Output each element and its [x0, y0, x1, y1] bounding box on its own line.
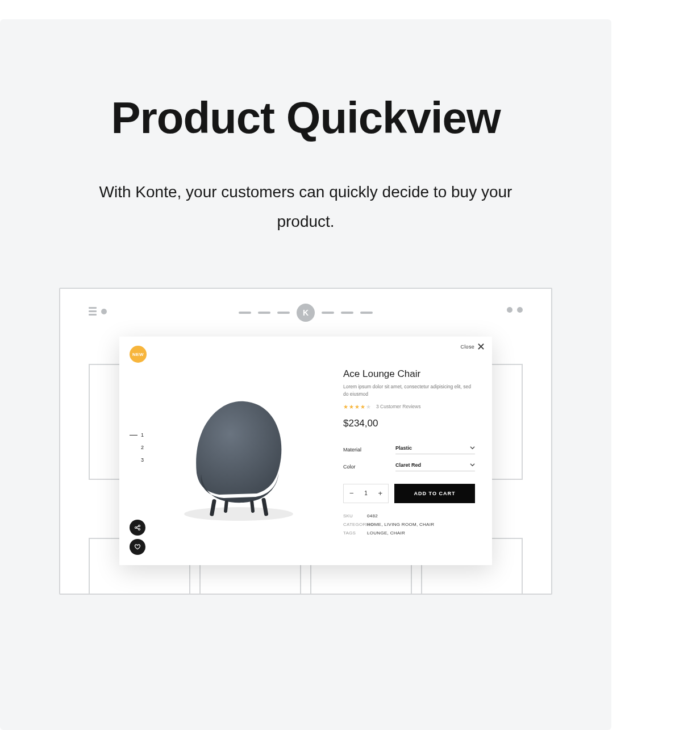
pager-item-2[interactable]: 2: [130, 445, 144, 450]
wire-logo: K: [297, 304, 315, 322]
categories-value[interactable]: HOME, LIVING ROOM, CHAIR: [367, 522, 434, 527]
qty-increment[interactable]: +: [378, 490, 382, 497]
color-label: Color: [343, 464, 395, 470]
feature-canvas: Product Quickview With Konte, your custo…: [0, 19, 611, 730]
wire-actions-placeholder: [507, 307, 523, 313]
wishlist-button[interactable]: [130, 539, 145, 555]
reviews-link[interactable]: 3 Customer Reviews: [376, 404, 420, 409]
color-select[interactable]: Claret Red: [395, 462, 475, 471]
quickview-modal: NEW Close 1 2 3: [119, 337, 492, 565]
material-label: Material: [343, 447, 395, 453]
material-value: Plastic: [395, 445, 412, 451]
image-pager: 1 2 3: [130, 432, 144, 463]
svg-point-7: [139, 529, 140, 530]
qty-decrement[interactable]: −: [349, 490, 354, 497]
product-price: $234,00: [343, 418, 475, 429]
chevron-down-icon: [470, 445, 475, 450]
color-value: Claret Red: [395, 462, 421, 468]
close-icon: [478, 343, 484, 350]
svg-point-0: [184, 507, 293, 521]
pager-item-3[interactable]: 3: [130, 457, 144, 463]
quantity-stepper[interactable]: − 1 +: [343, 484, 389, 503]
close-button[interactable]: Close: [460, 343, 484, 350]
pager-item-1[interactable]: 1: [130, 432, 144, 438]
wire-nav-placeholder: K: [239, 304, 373, 322]
hero-title: Product Quickview: [0, 92, 611, 144]
product-image: [153, 376, 324, 536]
rating-row: ★★★★★ 3 Customer Reviews: [343, 404, 475, 410]
svg-point-6: [135, 527, 137, 529]
share-icon: [134, 524, 141, 531]
wire-menu-icon: [89, 307, 107, 316]
tags-value[interactable]: LOUNGE, CHAIR: [367, 530, 405, 536]
close-label: Close: [460, 344, 474, 350]
new-badge: NEW: [130, 346, 147, 363]
qty-value: 1: [364, 490, 368, 496]
add-to-cart-button[interactable]: ADD TO CART: [394, 484, 475, 503]
product-meta: SKU0482 CATEGORIESHOME, LIVING ROOM, CHA…: [343, 513, 475, 536]
chevron-down-icon: [470, 462, 475, 467]
product-title: Ace Lounge Chair: [343, 368, 475, 380]
material-select[interactable]: Plastic: [395, 445, 475, 454]
sku-label: SKU: [343, 513, 367, 519]
svg-point-5: [139, 525, 140, 527]
tags-label: TAGS: [343, 530, 367, 536]
star-icons: ★★★★★: [343, 404, 372, 410]
product-description: Lorem ipsum dolor sit amet, consectetur …: [343, 383, 475, 398]
share-button[interactable]: [130, 520, 145, 536]
sku-value: 0482: [367, 513, 378, 519]
chair-illustration: [165, 382, 312, 530]
heart-icon: [134, 544, 141, 550]
categories-label: CATEGORIES: [343, 522, 367, 527]
hero-subtitle: With Konte, your customers can quickly d…: [0, 177, 611, 237]
